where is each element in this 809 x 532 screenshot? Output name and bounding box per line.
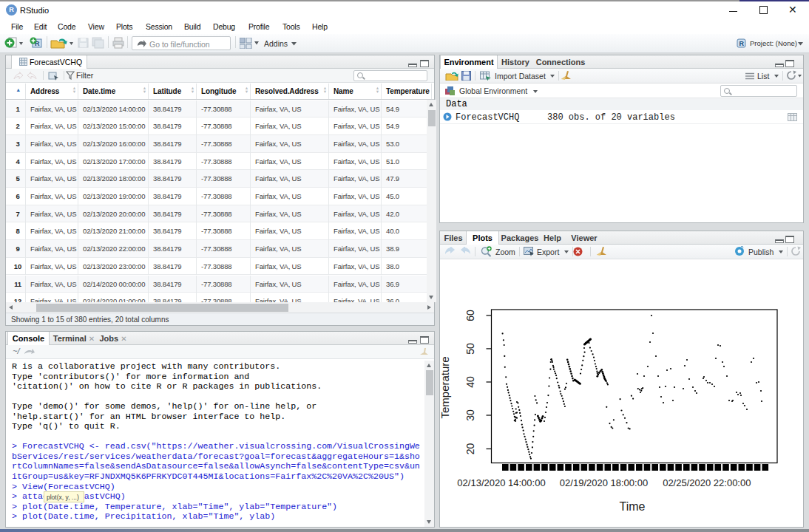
svg-text:R: R <box>739 40 745 47</box>
svg-text:60: 60 <box>464 310 476 321</box>
svg-text:02/13/2020 14:00:00: 02/13/2020 14:00:00 <box>457 477 545 488</box>
svg-text:Temperature: Temperature <box>440 356 451 418</box>
svg-text:Time: Time <box>620 500 646 513</box>
svg-text:20: 20 <box>464 443 476 455</box>
svg-text:02/25/2020 22:00:00: 02/25/2020 22:00:00 <box>663 477 751 488</box>
svg-text:50: 50 <box>464 343 476 355</box>
svg-text:02/19/2020 18:00:00: 02/19/2020 18:00:00 <box>560 477 648 488</box>
svg-text:40: 40 <box>464 376 476 388</box>
svg-text:30: 30 <box>464 409 476 421</box>
